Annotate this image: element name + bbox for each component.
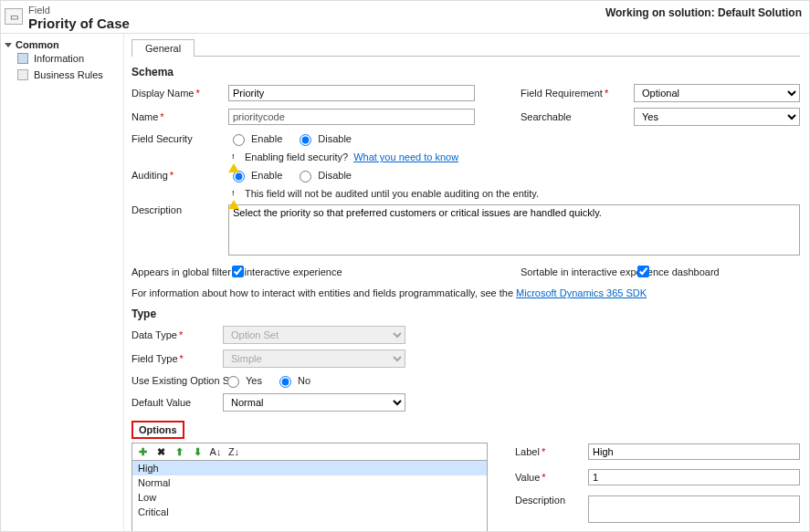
page-icon — [17, 53, 28, 64]
default-value-select[interactable]: Normal — [223, 393, 405, 412]
sidebar-item-label: Business Rules — [34, 69, 103, 80]
field-security-enable-radio[interactable]: Enable — [228, 131, 282, 146]
delete-option-button[interactable]: ✖ — [154, 445, 167, 458]
sidebar-item-business-rules[interactable]: Business Rules — [5, 67, 120, 83]
label-auditing: Auditing* — [131, 170, 223, 181]
section-schema: Schema — [131, 66, 800, 78]
label-field-requirement: Field Requirement* — [521, 88, 628, 99]
sidebar-group-label: Common — [16, 39, 59, 50]
list-item[interactable]: High — [132, 461, 487, 475]
section-type: Type — [131, 308, 800, 320]
entity-icon: ▭ — [5, 8, 23, 25]
section-options: Options — [131, 421, 184, 439]
tab-general[interactable]: General — [131, 39, 195, 57]
warning-icon — [228, 189, 239, 198]
field-security-disable-radio[interactable]: Disable — [295, 131, 352, 146]
sort-desc-button[interactable]: Z↓ — [227, 445, 240, 458]
sidebar: Common Information Business Rules — [1, 34, 124, 531]
label-option-label: Label* — [515, 446, 588, 457]
sdk-info-row: For information about how to interact wi… — [131, 287, 800, 298]
label-use-existing-option-set: Use Existing Option Set — [131, 375, 223, 386]
label-description: Description — [131, 204, 223, 215]
header-kicker: Field — [28, 5, 130, 16]
label-option-description: Description — [515, 495, 588, 506]
solution-label: Working on solution: Default Solution — [605, 5, 802, 19]
label-field-security: Field Security — [131, 133, 223, 144]
sidebar-group-common[interactable]: Common — [5, 39, 120, 50]
move-down-button[interactable]: ⬇ — [191, 445, 204, 458]
sidebar-item-label: Information — [34, 53, 84, 64]
fs-warning-text: Enabling field security? — [245, 151, 348, 162]
add-option-button[interactable]: ✚ — [136, 445, 149, 458]
options-listbox[interactable]: High Normal Low Critical — [131, 460, 488, 531]
fs-warning-link[interactable]: What you need to know — [353, 151, 458, 162]
label-name: Name* — [131, 111, 223, 122]
data-type-select: Option Set — [223, 326, 405, 344]
name-input — [228, 109, 475, 125]
chevron-down-icon — [5, 43, 12, 47]
appears-global-filter-checkbox[interactable] — [232, 266, 244, 277]
label-data-type: Data Type* — [131, 329, 223, 340]
sortable-dashboard-checkbox[interactable] — [637, 266, 649, 277]
label-sortable-dashboard: Sortable in interactive experience dashb… — [521, 266, 628, 277]
description-textarea[interactable] — [228, 204, 800, 256]
move-up-button[interactable]: ⬆ — [173, 445, 185, 458]
list-item[interactable]: Critical — [132, 505, 487, 519]
use-existing-yes-radio[interactable]: Yes — [223, 373, 262, 388]
window-header: ▭ Field Priority of Case Working on solu… — [1, 1, 809, 34]
tabs: General — [131, 39, 800, 57]
label-default-value: Default Value — [131, 397, 223, 408]
options-toolbar: ✚ ✖ ⬆ ⬇ A↓ Z↓ — [131, 443, 488, 460]
label-display-name: Display Name* — [131, 88, 223, 99]
warning-icon — [228, 152, 239, 162]
field-requirement-select[interactable]: Optional — [634, 84, 800, 102]
sdk-link[interactable]: Microsoft Dynamics 365 SDK — [516, 287, 647, 298]
label-option-value: Value* — [515, 472, 588, 483]
display-name-input[interactable] — [228, 85, 475, 101]
sidebar-item-information[interactable]: Information — [5, 50, 120, 67]
list-item[interactable]: Low — [132, 490, 487, 505]
list-item[interactable]: Normal — [132, 475, 487, 490]
label-searchable: Searchable — [521, 111, 628, 122]
use-existing-no-radio[interactable]: No — [275, 373, 310, 388]
label-appears-global-filter: Appears in global filter in interactive … — [131, 266, 223, 277]
page-title: Priority of Case — [28, 16, 130, 31]
label-field-type: Field Type* — [131, 353, 223, 364]
auditing-disable-radio[interactable]: Disable — [295, 168, 352, 183]
option-label-input[interactable] — [588, 443, 800, 460]
option-description-textarea[interactable] — [588, 495, 800, 523]
field-type-select: Simple — [223, 349, 405, 368]
auditing-warning-text: This field will not be audited until you… — [245, 188, 539, 199]
option-value-input[interactable] — [588, 469, 800, 485]
searchable-select[interactable]: Yes — [634, 108, 800, 126]
rules-icon — [17, 69, 28, 80]
sort-asc-button[interactable]: A↓ — [209, 445, 222, 458]
